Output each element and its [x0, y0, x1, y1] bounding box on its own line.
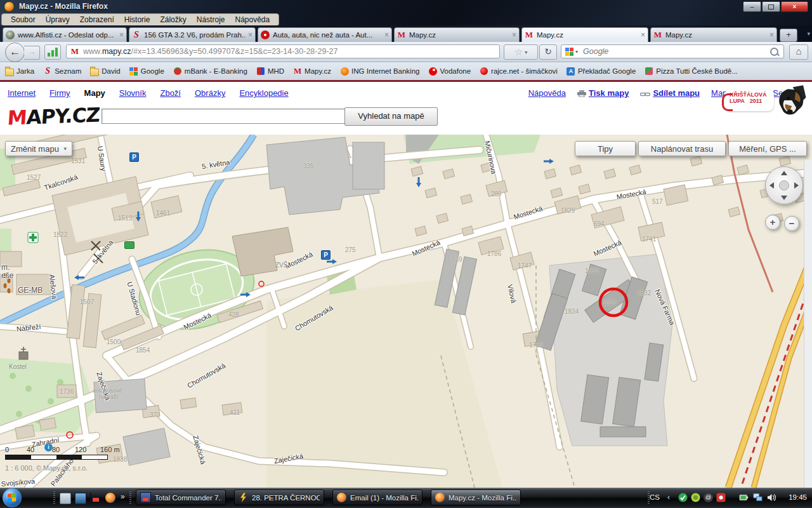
- menu-upravy[interactable]: Úpravy: [41, 15, 75, 24]
- link-tisk-mapy[interactable]: Tisk mapy: [577, 88, 629, 98]
- tab-mapy-1[interactable]: M Mapy.cz ×: [394, 27, 520, 42]
- menubar: Soubor Úpravy Zobrazení Historie Záložky…: [0, 13, 279, 25]
- url-bar[interactable]: M www.mapy.cz/#x=13.456963&y=50.499707&z…: [66, 44, 500, 58]
- battery-icon[interactable]: [739, 493, 749, 502]
- map-viewport[interactable]: U Saury5. květnaTkalcovská5. květnaAlešo…: [0, 135, 812, 488]
- web-search-input[interactable]: [582, 46, 770, 57]
- list-all-tabs-icon[interactable]: ▾: [807, 30, 810, 37]
- firefox-quicklaunch-icon[interactable]: [105, 493, 115, 503]
- tab-alfisti[interactable]: www.Alfisti.cz - Odeslat odp... ×: [3, 27, 127, 42]
- pan-down-icon[interactable]: [781, 196, 787, 200]
- link-napoveda[interactable]: Nápověda: [528, 88, 566, 98]
- search-icon[interactable]: [770, 48, 778, 56]
- portal-link-internet[interactable]: Internet: [8, 88, 36, 98]
- map-label: 1832: [637, 290, 651, 297]
- zoom-out-button[interactable]: −: [784, 216, 799, 231]
- start-button[interactable]: [3, 488, 22, 507]
- tab-sauto[interactable]: S 156 GTA 3.2 V6, prodám Prah... ×: [129, 27, 256, 42]
- quicklaunch-overflow-chevron[interactable]: »: [121, 492, 125, 502]
- tab-mapy-2[interactable]: M Mapy.cz ×: [650, 27, 777, 42]
- bookmark-mapy[interactable]: MMapy.cz: [293, 67, 331, 76]
- portal-link-obrazky[interactable]: Obrázky: [195, 88, 225, 98]
- taskbar-button-email[interactable]: Email (1) - Mozilla Fi...: [332, 490, 422, 505]
- show-desktop-icon[interactable]: [60, 493, 71, 504]
- close-button[interactable]: ×: [781, 1, 808, 12]
- tab-close-icon[interactable]: ×: [641, 30, 645, 39]
- tab-close-icon[interactable]: ×: [119, 30, 124, 39]
- link-label: Tisk mapy: [589, 88, 629, 98]
- tab-close-icon[interactable]: ×: [769, 30, 774, 39]
- menu-soubor[interactable]: Soubor: [6, 15, 41, 24]
- portal-link-slovnik[interactable]: Slovník: [119, 88, 147, 98]
- tab-auta[interactable]: Auta, auta, nic než auta - Aut... ×: [258, 27, 392, 42]
- map-label: 694: [594, 220, 605, 227]
- bookmark-seznam[interactable]: SSeznam: [43, 67, 81, 76]
- bookmark-jarka[interactable]: Jarka: [5, 67, 34, 76]
- menu-historie[interactable]: Historie: [119, 15, 155, 24]
- mail-at-icon[interactable]: @: [704, 493, 713, 502]
- bookmark-pizza[interactable]: Pizza Tutti České Budě...: [645, 67, 737, 76]
- tab-close-icon[interactable]: ×: [248, 30, 252, 39]
- page-scrollbar[interactable]: [804, 160, 812, 488]
- bookmark-ing[interactable]: ING Internet Banking: [340, 67, 419, 76]
- zoom-in-button[interactable]: +: [765, 215, 780, 230]
- pan-right-icon[interactable]: [794, 182, 799, 189]
- search-map-button[interactable]: Vyhledat na mapě: [344, 107, 438, 126]
- tips-button[interactable]: Tipy: [575, 141, 636, 156]
- tab-close-icon[interactable]: ×: [512, 30, 516, 39]
- pan-center[interactable]: [779, 180, 789, 190]
- bookmark-vodafone[interactable]: Vodafone: [428, 67, 471, 76]
- measure-gps-button[interactable]: Měření, GPS ...: [728, 141, 807, 156]
- forward-button[interactable]: →: [24, 46, 40, 60]
- antivirus-icon[interactable]: [691, 493, 700, 502]
- taskbar-button-totalcmd[interactable]: Total Commander 7...: [136, 490, 226, 505]
- firefox-icon: [337, 493, 346, 502]
- taskbar-button-winamp[interactable]: 28. PETRA ČERNOC...: [234, 490, 324, 505]
- bookmark-google[interactable]: Google: [129, 67, 164, 76]
- bookmark-mhd[interactable]: MHD: [256, 67, 284, 76]
- plan-route-button[interactable]: Naplánovat trasu: [638, 141, 726, 156]
- taskbar-button-label: Email (1) - Mozilla Fi...: [350, 494, 418, 502]
- link-sdilet-mapu[interactable]: Sdílet mapu: [640, 88, 700, 98]
- menu-zobrazeni[interactable]: Zobrazení: [75, 15, 119, 24]
- bookmark-david[interactable]: David: [90, 67, 120, 76]
- bookmark-rajce[interactable]: rajce.net - šimáčkovi: [480, 67, 558, 76]
- remote-desktop-icon[interactable]: [75, 493, 86, 504]
- taskbar-button-mapy[interactable]: Mapy.cz - Mozilla Fi...: [431, 490, 521, 505]
- map-search-input[interactable]: [102, 109, 345, 124]
- pan-left-icon[interactable]: [769, 182, 774, 189]
- portal-link-firmy[interactable]: Firmy: [49, 88, 70, 98]
- pan-up-icon[interactable]: [781, 171, 787, 175]
- minimize-button[interactable]: –: [743, 1, 761, 12]
- tab-close-icon[interactable]: ×: [384, 30, 389, 39]
- tab-mapy-active[interactable]: M Mapy.cz ×: [521, 27, 648, 42]
- menu-zalozky[interactable]: Záložky: [155, 15, 191, 24]
- home-button[interactable]: ⌂: [789, 44, 808, 60]
- stats-extension-button[interactable]: [44, 44, 61, 60]
- maximize-button[interactable]: [762, 1, 780, 12]
- menu-napoveda[interactable]: Nápověda: [230, 15, 275, 24]
- speaker-icon[interactable]: [767, 493, 776, 502]
- network-icon[interactable]: [753, 493, 763, 502]
- security-check-icon[interactable]: [678, 493, 688, 502]
- portal-link-zbozi[interactable]: Zboží: [160, 88, 181, 98]
- total-commander-quicklaunch-icon[interactable]: [90, 492, 91, 504]
- avast-icon[interactable]: [716, 493, 726, 502]
- reload-button[interactable]: ↻: [539, 44, 557, 60]
- language-indicator[interactable]: CS: [650, 493, 660, 501]
- change-map-button[interactable]: Změnit mapu ▾: [5, 141, 72, 156]
- titlebar[interactable]: Mapy.cz - Mozilla Firefox – ×: [0, 0, 812, 13]
- back-button[interactable]: ←: [5, 43, 25, 62]
- new-tab-button[interactable]: +: [780, 29, 797, 42]
- portal-link-encyklopedie[interactable]: Encyklopedie: [239, 88, 288, 98]
- bookmark-star-button[interactable]: ☆ ▾: [504, 44, 538, 60]
- bookmark-mbank[interactable]: mBank - E-Banking: [173, 67, 247, 76]
- caret-down-icon[interactable]: ▾: [575, 49, 578, 55]
- tray-expand-chevron[interactable]: ‹: [667, 493, 670, 502]
- search-box[interactable]: ▾: [561, 44, 784, 58]
- mapy-logo[interactable]: MAPY.CZ: [7, 103, 101, 129]
- map-pan-control[interactable]: [765, 166, 803, 204]
- clock[interactable]: 19:45: [789, 493, 807, 501]
- menu-nastroje[interactable]: Nástroje: [192, 15, 230, 24]
- bookmark-translate[interactable]: APřekladač Google: [566, 67, 636, 76]
